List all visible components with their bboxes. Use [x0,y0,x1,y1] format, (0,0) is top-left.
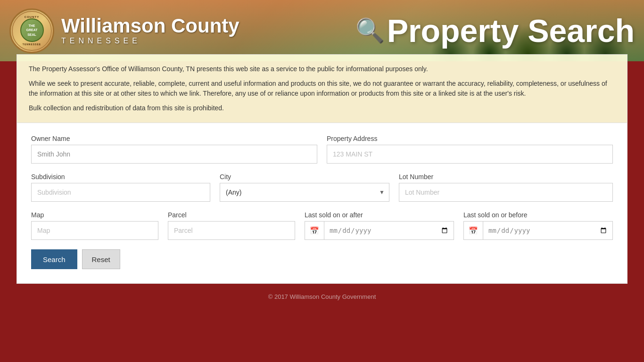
page-title-area: 🔍 Property Search [355,12,635,49]
owner-name-group: Owner Name [31,135,317,164]
last-sold-before-group: Last sold on or before 📅 [463,211,613,240]
buttons-row: Search Reset [31,249,613,269]
disclaimer-line3: Bulk collection and redistribution of da… [29,103,615,113]
calendar-icon-after: 📅 [305,222,324,239]
city-label: City [220,173,389,181]
city-select[interactable]: (Any) Franklin Brentwood Spring Hill Tho… [220,183,389,202]
parcel-label: Parcel [168,211,295,219]
copyright-text: © 2017 Williamson County Government [268,293,376,300]
subdivision-input[interactable] [31,183,210,202]
owner-name-input[interactable] [31,145,317,164]
map-group: Map [31,211,158,240]
last-sold-before-input[interactable] [483,222,612,239]
seal-center: THEGREATSEAL [20,18,44,42]
reset-button[interactable]: Reset [82,249,120,269]
header-banner: COUNTY THEGREATSEAL TENNESSEE Williamson… [0,0,644,61]
county-seal-logo: COUNTY THEGREATSEAL TENNESSEE [9,8,54,53]
subdivision-group: Subdivision [31,173,210,202]
city-select-wrapper: (Any) Franklin Brentwood Spring Hill Tho… [220,183,389,202]
last-sold-after-group: Last sold on or after 📅 [305,211,454,240]
parcel-input[interactable] [168,221,295,240]
county-name-text: Williamson County [61,16,239,36]
city-group: City (Any) Franklin Brentwood Spring Hil… [220,173,389,202]
disclaimer-box: The Property Assessor's Office of Willia… [17,54,627,123]
search-icon-large: 🔍 [355,17,385,44]
lot-number-label: Lot Number [399,173,613,181]
last-sold-before-label: Last sold on or before [463,211,613,219]
footer: © 2017 Williamson County Government [0,284,644,310]
last-sold-after-label: Last sold on or after [305,211,454,219]
search-form-container: Owner Name Property Address Subdivision … [17,123,627,284]
owner-name-label: Owner Name [31,135,317,142]
map-label: Map [31,211,158,219]
form-row-3: Map Parcel Last sold on or after 📅 Last … [31,211,613,240]
county-name-block: Williamson County TENNESSEE [61,16,239,45]
state-name-text: TENNESSEE [61,37,239,45]
lot-number-group: Lot Number [399,173,613,202]
calendar-icon-before: 📅 [464,222,483,239]
disclaimer-line2: While we seek to present accurate, relia… [29,79,615,99]
parcel-group: Parcel [168,211,295,240]
seal-inner: COUNTY THEGREATSEAL TENNESSEE [12,11,52,51]
last-sold-before-wrapper: 📅 [463,221,613,240]
last-sold-after-wrapper: 📅 [305,221,454,240]
map-input[interactable] [31,221,158,240]
form-row-1: Owner Name Property Address [31,135,613,164]
subdivision-label: Subdivision [31,173,210,181]
search-button[interactable]: Search [31,249,77,269]
last-sold-after-input[interactable] [324,222,454,239]
property-address-group: Property Address [327,135,613,164]
disclaimer-line1: The Property Assessor's Office of Willia… [29,64,615,74]
header-content: COUNTY THEGREATSEAL TENNESSEE Williamson… [0,4,644,58]
property-address-input[interactable] [327,145,613,164]
page-title: Property Search [387,12,635,49]
seal-bottom-text: TENNESSEE [23,43,41,46]
form-row-2: Subdivision City (Any) Franklin Brentwoo… [31,173,613,202]
lot-number-input[interactable] [399,183,613,202]
property-address-label: Property Address [327,135,613,142]
